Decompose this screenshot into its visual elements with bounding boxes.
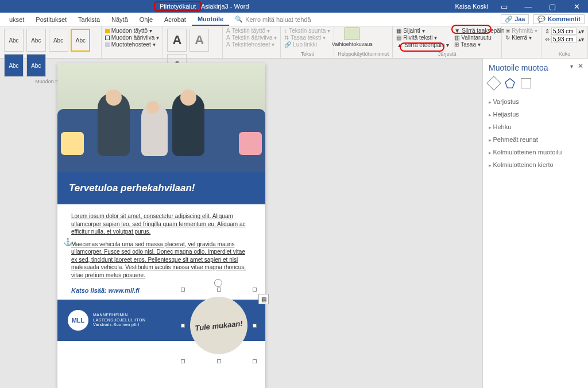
tell-me-label: Kerro mitä haluat tehdä xyxy=(245,16,311,23)
pane-title: Muotoile muotoa xyxy=(489,63,582,72)
pane-close-icon[interactable]: ✕ xyxy=(578,62,583,70)
selection-pane-button[interactable]: ▥ Valintaruutu xyxy=(454,34,509,41)
tab-item[interactable]: Tarkista xyxy=(72,13,106,26)
resize-handle[interactable] xyxy=(217,288,221,292)
shape-style-preset[interactable]: Abc xyxy=(49,29,68,52)
shape-style-preset[interactable]: Abc xyxy=(26,29,46,52)
tell-me-search[interactable]: 🔍 Kerro mitä haluat tehdä xyxy=(229,13,316,26)
flyer-photo xyxy=(57,63,265,172)
org-line: Varsinais-Suomen piiri xyxy=(93,323,145,327)
close-button[interactable]: ✕ xyxy=(568,2,585,11)
resize-handle[interactable] xyxy=(217,359,221,363)
rotate-handle-icon[interactable] xyxy=(214,279,222,287)
group-wordart: A A A WordArt-tyylit xyxy=(163,26,223,58)
callout-circle[interactable]: Tule mukaan! xyxy=(187,294,250,357)
group-label: Teksti xyxy=(284,51,330,58)
resize-handle[interactable] xyxy=(253,288,257,292)
document-title: Asiakirja3 - Word xyxy=(201,3,249,10)
text-effects-button: ATekstitehosteet ▾ xyxy=(226,41,277,48)
flyer-paragraph: Maecenas vehicula urna sed massa placera… xyxy=(71,241,246,278)
wrap-text-button[interactable]: ▤ Rivitä teksti ▾ xyxy=(396,34,450,41)
bring-forward-button[interactable]: ▲ Siirrä eteenpäin ▾ xyxy=(396,41,450,49)
width-input[interactable] xyxy=(551,36,577,43)
resize-handle[interactable] xyxy=(181,288,185,292)
pane-section[interactable]: Heijastus xyxy=(489,108,582,121)
resize-handle[interactable] xyxy=(181,324,185,328)
ribbon-tabs: ukset Postitukset Tarkista Näytä Ohje Ac… xyxy=(0,13,588,26)
resize-handle[interactable] xyxy=(181,359,185,363)
ribbon: Abc Abc Abc Abc Abc Abc Muodon tyylit Mu… xyxy=(0,26,588,59)
wordart-preset[interactable]: A xyxy=(167,29,187,52)
ribbon-display-icon[interactable]: ▭ xyxy=(496,2,512,11)
pane-section[interactable]: Varjostus xyxy=(489,95,582,108)
alt-text-icon xyxy=(345,28,359,40)
group-arrange2: ⊞ Ryhmitä ▾ ↻ Kierrä ▾ xyxy=(502,26,541,58)
org-line: LASTENSUOJELULIITON xyxy=(93,318,145,323)
group-size: ⇕ ▴▾ ⇔ ▴▾ Koko xyxy=(541,26,588,58)
layout-tab-icon[interactable] xyxy=(521,78,531,88)
group-label: Helppokäyttötoiminnot xyxy=(338,51,389,58)
title-bar: Piirtotyökalut Asiakirja3 - Word Kaisa K… xyxy=(0,0,588,13)
tab-item[interactable]: ukset xyxy=(3,13,30,26)
alt-text-button[interactable]: Vaihtoehtokuvaus xyxy=(338,28,366,47)
rotate-button[interactable]: ↻ Kierrä ▾ xyxy=(505,34,537,41)
height-input[interactable] xyxy=(551,28,577,35)
text-direction-button: ↕ Tekstin suunta ▾ xyxy=(284,28,330,34)
fill-line-tab-icon[interactable] xyxy=(486,76,501,90)
group-accessibility: Vaihtoehtokuvaus Helppokäyttötoiminnot xyxy=(334,26,393,58)
shape-style-preset[interactable]: Abc xyxy=(4,29,24,52)
group-arrange: ▦ Sijainti ▾ ▤ Rivitä teksti ▾ ▲ Siirrä … xyxy=(393,26,502,58)
effects-tab-icon[interactable] xyxy=(505,78,515,88)
shape-fill-button[interactable]: Muodon täyttö ▾ xyxy=(105,28,160,34)
text-outline-button: ATekstin ääriviiva ▾ xyxy=(226,34,277,41)
position-button[interactable]: ▦ Sijainti ▾ xyxy=(396,28,450,34)
selected-shape[interactable]: Tule mukaan! ▤ xyxy=(183,289,255,362)
comments-button[interactable]: 💬 Kommentit xyxy=(533,14,585,24)
resize-handle[interactable] xyxy=(253,359,257,363)
shape-height[interactable]: ⇕ ▴▾ xyxy=(545,28,584,35)
drawing-tools-context-tab[interactable]: Piirtotyökalut xyxy=(154,1,202,11)
group-objects-button: ⊞ Ryhmitä ▾ xyxy=(505,28,537,34)
shape-effects-button[interactable]: Muototehosteet ▾ xyxy=(105,41,160,48)
group-text: ↕ Tekstin suunta ▾ ⇅ Tasaa teksti ▾ 🔗 Lu… xyxy=(281,26,334,58)
tab-item[interactable]: Acrobat xyxy=(158,13,192,26)
format-shape-pane: ▾ ✕ Muotoile muotoa Varjostus Heijastus … xyxy=(482,59,588,388)
group-text-format: ATekstin täyttö ▾ ATekstin ääriviiva ▾ A… xyxy=(223,26,281,58)
mll-logo: MLL xyxy=(68,310,88,331)
tab-item[interactable]: Postitukset xyxy=(30,13,72,26)
group-label: Järjestä xyxy=(396,51,498,58)
pane-section[interactable]: Kolmiulotteinen kierto xyxy=(489,158,582,171)
pane-section[interactable]: Kolmiulotteinen muotoilu xyxy=(489,146,582,158)
group-shape-format: Muodon täyttö ▾ Muodon ääriviiva ▾ Muoto… xyxy=(102,26,164,58)
effects-icon xyxy=(105,42,110,47)
tab-item[interactable]: Näytä xyxy=(106,13,134,26)
user-name[interactable]: Kaisa Koski xyxy=(455,3,488,10)
flyer-heading: Tervetuloa perhekahvilaan! xyxy=(57,172,265,204)
text-fill-button: ATekstin täyttö ▾ xyxy=(226,28,277,34)
shape-outline-button[interactable]: Muodon ääriviiva ▾ xyxy=(105,34,160,41)
search-icon: 🔍 xyxy=(235,15,243,23)
pane-menu-icon[interactable]: ▾ xyxy=(570,63,573,69)
tab-item[interactable]: Ohje xyxy=(134,13,158,26)
wordart-preset[interactable]: A xyxy=(189,29,209,52)
shape-style-preset-selected[interactable]: Abc xyxy=(71,29,90,52)
org-line: MANNERHEIMIN xyxy=(93,313,145,317)
layout-options-icon[interactable]: ▤ xyxy=(258,294,269,304)
workspace: Tervetuloa perhekahvilaan! Lorem ipsum d… xyxy=(0,59,588,388)
shape-width[interactable]: ⇔ ▴▾ xyxy=(545,36,584,43)
svg-marker-0 xyxy=(505,79,514,88)
minimize-button[interactable]: — xyxy=(520,2,536,11)
outline-icon xyxy=(105,36,110,40)
pane-section[interactable]: Hehku xyxy=(489,121,582,133)
align-text-button: ⇅ Tasaa teksti ▾ xyxy=(284,34,330,41)
group-shape-styles: Abc Abc Abc Abc Abc Abc Muodon tyylit xyxy=(0,26,102,58)
tab-format[interactable]: Muotoile xyxy=(192,13,229,26)
group-label: Koko xyxy=(545,51,584,58)
share-button[interactable]: 🔗 Jaa xyxy=(501,14,529,24)
pane-section[interactable]: Pehmeät reunat xyxy=(489,133,582,146)
send-backward-button[interactable]: ▼ Siirrä taaksepäin ▾ xyxy=(454,28,509,34)
maximize-button[interactable]: ▢ xyxy=(544,2,560,11)
resize-handle[interactable] xyxy=(253,324,257,328)
fill-icon xyxy=(105,29,110,33)
align-button[interactable]: ⊞ Tasaa ▾ xyxy=(454,41,509,48)
